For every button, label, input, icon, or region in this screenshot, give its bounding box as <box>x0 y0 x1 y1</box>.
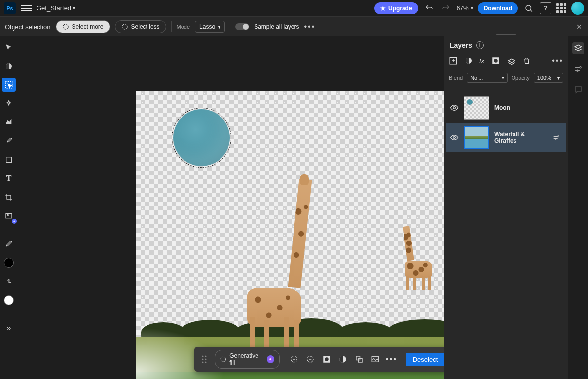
swap-colors-icon[interactable]: ⇅ <box>2 275 16 288</box>
svg-point-27 <box>453 107 456 109</box>
svg-point-1 <box>63 24 68 30</box>
star-icon: ★ <box>380 5 386 12</box>
layer-name-label[interactable]: Moon <box>494 104 562 111</box>
visibility-toggle-icon[interactable] <box>450 103 459 112</box>
svg-point-29 <box>558 136 559 137</box>
layers-dock-icon[interactable] <box>572 42 584 54</box>
ps-logo[interactable]: Ps <box>4 2 16 14</box>
search-icon[interactable] <box>523 2 535 14</box>
help-icon[interactable]: ? <box>540 2 551 14</box>
visibility-toggle-icon[interactable] <box>450 133 459 142</box>
expand-tools-icon[interactable]: » <box>2 321 16 335</box>
document-title-dropdown[interactable]: Get_Started▾ <box>37 4 75 12</box>
selection-marquee <box>172 108 231 168</box>
svg-point-10 <box>202 359 204 360</box>
adjustment-layer-icon[interactable] <box>465 57 473 65</box>
layer-row-moon[interactable]: Moon <box>446 93 566 123</box>
object-selection-tool[interactable] <box>2 78 16 92</box>
sample-all-layers-label: Sample all layers <box>254 23 299 30</box>
svg-point-9 <box>205 356 207 357</box>
adjustment-icon[interactable] <box>336 353 349 366</box>
svg-point-2 <box>122 24 127 30</box>
contextual-task-bar: Generative fill ✦ ••• Deselect <box>194 347 444 372</box>
undo-icon[interactable] <box>423 2 435 14</box>
mode-label: Mode <box>177 24 190 30</box>
fx-icon[interactable]: fx <box>479 57 484 65</box>
transform-icon[interactable] <box>353 353 365 366</box>
layers-more-icon[interactable]: ••• <box>552 56 563 65</box>
quick-actions-tool[interactable] <box>2 115 16 129</box>
adjustments-tool[interactable] <box>2 59 16 73</box>
zoom-dropdown[interactable]: 67%▾ <box>457 5 473 12</box>
giraffe-large <box>247 179 311 347</box>
close-options-icon[interactable]: ✕ <box>576 23 582 31</box>
layer-row-waterfall-giraffes[interactable]: Waterfall & Giraffes <box>446 123 566 152</box>
layer-thumbnail[interactable] <box>464 126 489 149</box>
svg-point-11 <box>205 359 207 360</box>
user-avatar[interactable] <box>571 2 584 15</box>
layers-panel-title: Layers <box>450 41 472 49</box>
group-layers-icon[interactable] <box>507 56 516 65</box>
svg-rect-6 <box>6 213 12 218</box>
svg-rect-5 <box>6 157 12 163</box>
svg-point-14 <box>220 357 225 362</box>
upgrade-button[interactable]: ★Upgrade <box>374 2 418 14</box>
comments-dock-icon[interactable] <box>572 84 584 96</box>
apps-grid-icon[interactable] <box>556 3 566 13</box>
svg-point-26 <box>494 59 498 63</box>
shape-tool[interactable] <box>2 153 16 167</box>
brush-tool[interactable] <box>2 134 16 148</box>
delete-layer-icon[interactable] <box>523 57 531 65</box>
mask-icon[interactable] <box>321 353 333 366</box>
crop-tool[interactable] <box>2 190 16 204</box>
place-image-tool[interactable]: + <box>2 209 16 223</box>
more-options-icon[interactable]: ••• <box>304 22 316 31</box>
mode-select[interactable]: Lasso▾ <box>195 21 225 33</box>
add-layer-icon[interactable] <box>449 56 458 65</box>
sample-all-layers-toggle[interactable] <box>235 23 249 30</box>
svg-point-28 <box>453 137 456 139</box>
svg-point-31 <box>580 67 581 68</box>
svg-point-18 <box>325 357 329 361</box>
download-button[interactable]: Download <box>478 2 518 14</box>
mask-layer-icon[interactable] <box>491 56 500 65</box>
select-less-button[interactable]: Select less <box>115 20 166 33</box>
svg-point-8 <box>202 356 204 357</box>
context-more-icon[interactable]: ••• <box>385 353 398 366</box>
move-tool[interactable] <box>2 40 16 54</box>
blend-label: Blend <box>449 75 463 81</box>
expand-selection-icon[interactable] <box>288 353 300 366</box>
generative-fill-button[interactable]: Generative fill ✦ <box>215 350 280 369</box>
canvas-area[interactable]: Generative fill ✦ ••• Deselect <box>18 36 444 379</box>
svg-point-0 <box>526 5 531 11</box>
hamburger-menu-icon[interactable] <box>21 5 32 11</box>
foreground-color-swatch[interactable] <box>2 256 16 270</box>
canvas[interactable] <box>136 91 444 379</box>
panel-grip[interactable] <box>496 34 516 35</box>
background-color-swatch[interactable] <box>2 293 16 307</box>
layer-options-icon[interactable] <box>552 134 562 141</box>
svg-point-12 <box>202 362 204 363</box>
contract-selection-icon[interactable] <box>304 353 317 366</box>
fill-icon[interactable] <box>369 353 381 366</box>
svg-point-13 <box>205 362 207 363</box>
redo-icon[interactable] <box>440 2 452 14</box>
spot-heal-tool[interactable] <box>2 97 16 110</box>
drag-handle-icon[interactable] <box>198 353 211 366</box>
eyedropper-tool[interactable] <box>2 237 16 251</box>
deselect-button[interactable]: Deselect <box>406 353 444 366</box>
tool-name-label: Object selection <box>5 23 51 31</box>
layer-thumbnail[interactable] <box>464 96 489 120</box>
opacity-select[interactable]: 100%▾ <box>534 73 563 83</box>
properties-dock-icon[interactable] <box>572 63 584 75</box>
select-more-button[interactable]: Select more <box>56 20 110 33</box>
layer-name-label[interactable]: Waterfall & Giraffes <box>494 131 548 144</box>
giraffe-small <box>403 226 437 290</box>
panel-info-icon[interactable]: i <box>476 41 484 49</box>
text-tool[interactable]: T <box>2 172 16 185</box>
svg-point-7 <box>7 214 9 216</box>
opacity-label: Opacity <box>512 75 530 81</box>
ai-badge-icon: ✦ <box>267 355 274 363</box>
blend-mode-select[interactable]: Nor...▾ <box>467 73 507 83</box>
